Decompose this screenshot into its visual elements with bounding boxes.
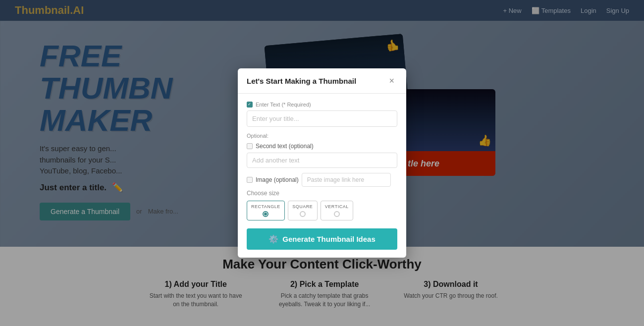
size-label: Choose size: [247, 190, 397, 197]
second-text-row: Second text (optional): [247, 143, 397, 150]
modal-body: Enter Text (* Required) Optional: Second…: [238, 94, 406, 258]
size-options: RECTANGLE SQUARE VERTICAL: [247, 201, 397, 220]
optional-label: Optional:: [247, 133, 397, 139]
second-text-input[interactable]: [247, 153, 397, 168]
rectangle-radio[interactable]: [263, 211, 268, 217]
modal-dialog: Let's Start Making a Thumbnail × Enter T…: [238, 68, 406, 258]
title-input[interactable]: [247, 110, 397, 127]
square-radio[interactable]: [300, 211, 306, 217]
size-vertical[interactable]: VERTICAL: [321, 201, 353, 220]
modal-overlay: Let's Start Making a Thumbnail × Enter T…: [0, 0, 644, 326]
modal-close-button[interactable]: ×: [386, 75, 397, 86]
square-label: SQUARE: [292, 204, 313, 209]
image-checkbox[interactable]: [247, 177, 253, 183]
size-square[interactable]: SQUARE: [288, 201, 318, 220]
vertical-label: VERTICAL: [325, 204, 349, 209]
gear-icon: ⚙️: [268, 234, 278, 244]
size-rectangle[interactable]: RECTANGLE: [247, 201, 285, 220]
modal-header: Let's Start Making a Thumbnail ×: [238, 68, 406, 94]
image-label: Image (optional): [256, 176, 299, 183]
second-text-checkbox[interactable]: [247, 143, 253, 149]
second-text-label: Second text (optional): [256, 143, 314, 150]
vertical-radio[interactable]: [334, 211, 340, 217]
rectangle-label: RECTANGLE: [251, 204, 280, 209]
required-section-label: Enter Text (* Required): [247, 102, 397, 108]
required-checkbox[interactable]: [247, 102, 253, 108]
modal-title: Let's Start Making a Thumbnail: [247, 77, 356, 85]
image-input[interactable]: [302, 173, 391, 187]
image-row: Image (optional): [247, 173, 397, 187]
generate-button[interactable]: ⚙️ Generate Thumbnail Ideas: [247, 228, 397, 250]
